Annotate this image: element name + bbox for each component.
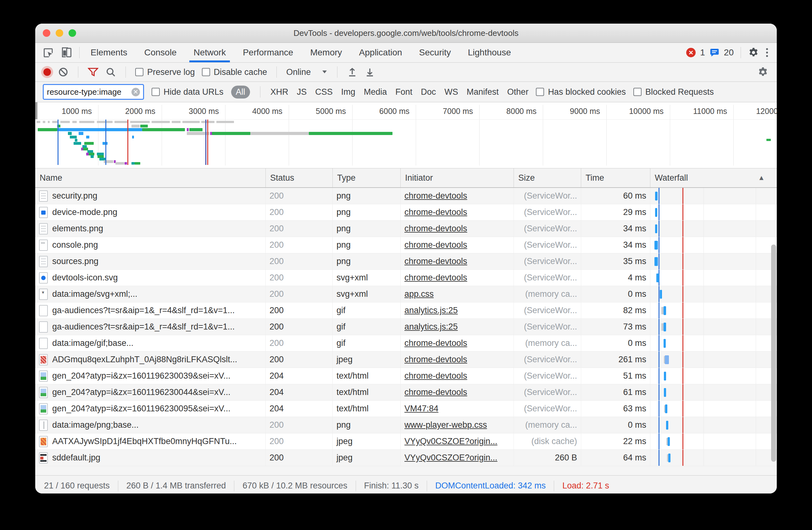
request-waterfall [650, 335, 777, 351]
record-button[interactable] [43, 68, 51, 76]
tab-application[interactable]: Application [351, 43, 411, 62]
network-toolbar: Preserve log Disable cache Online [35, 62, 777, 82]
table-row[interactable]: sources.png 200 png chrome-devtools (Ser… [35, 253, 777, 270]
table-row[interactable]: data:image/png;base... 200 png www-playe… [35, 417, 777, 433]
throttling-dropdown[interactable]: Online [286, 67, 328, 77]
column-header-time[interactable]: Time [581, 168, 650, 187]
filter-type-font[interactable]: Font [395, 87, 412, 97]
filter-type-doc[interactable]: Doc [421, 87, 436, 97]
request-initiator-link[interactable]: chrome-devtools [404, 224, 467, 234]
request-initiator-link[interactable]: VYyQv0CSZOE?origin... [404, 453, 497, 463]
request-waterfall [650, 433, 777, 449]
table-row[interactable]: data:image/svg+xml;... 200 svg+xml app.c… [35, 286, 777, 303]
overview-bar [125, 162, 127, 165]
table-row[interactable]: data:image/gif;base... 200 gif chrome-de… [35, 335, 777, 351]
ruler-label: 6000 ms [362, 107, 409, 116]
error-icon[interactable]: ✕ [686, 48, 696, 57]
request-initiator-link[interactable]: chrome-devtools [404, 388, 467, 397]
table-row[interactable]: devtools-icon.svg 200 svg+xml chrome-dev… [35, 270, 777, 286]
clear-icon[interactable] [58, 67, 69, 78]
column-header-size[interactable]: Size [513, 168, 581, 187]
request-initiator-link[interactable]: chrome-devtools [404, 256, 467, 266]
request-initiator-link[interactable]: analytics.js:25 [404, 322, 458, 332]
filter-type-xhr[interactable]: XHR [271, 87, 288, 97]
request-initiator-link[interactable]: chrome-devtools [404, 207, 467, 217]
column-header-type[interactable]: Type [332, 168, 400, 187]
settings-gear-icon[interactable] [748, 47, 759, 58]
search-icon[interactable] [105, 67, 116, 78]
ruler-label: 7000 ms [426, 107, 473, 116]
close-window-button[interactable] [43, 29, 50, 37]
hide-data-urls-checkbox[interactable]: Hide data URLs [151, 87, 223, 97]
table-row[interactable]: AATXAJywSIpD1jf4EbqHXTfbe0mnyHqGFNTu... … [35, 433, 777, 450]
checkbox-box[interactable] [135, 68, 143, 76]
checkbox-box[interactable] [536, 88, 544, 96]
request-initiator-link[interactable]: app.css [404, 289, 434, 299]
table-row[interactable]: sddefault.jpg 200 jpeg VYyQv0CSZOE?origi… [35, 450, 777, 466]
table-row[interactable]: gen_204?atyp=i&zx=1601196230095&sei=xV..… [35, 401, 777, 417]
table-row[interactable]: ga-audiences?t=sr&aip=1&_r=4&slf_rd=1&v=… [35, 319, 777, 335]
request-initiator-link[interactable]: chrome-devtools [404, 273, 467, 283]
import-har-icon[interactable] [347, 67, 358, 78]
request-waterfall [650, 450, 777, 466]
table-row[interactable]: gen_204?atyp=i&zx=1601196230039&sei=xV..… [35, 368, 777, 384]
filter-type-media[interactable]: Media [364, 87, 387, 97]
table-row[interactable]: device-mode.png 200 png chrome-devtools … [35, 204, 777, 221]
column-header-waterfall[interactable]: Waterfall ▲ [650, 168, 777, 187]
column-header-name[interactable]: Name [35, 168, 265, 187]
filter-icon[interactable] [88, 67, 99, 77]
tab-elements[interactable]: Elements [82, 43, 136, 62]
clear-filter-icon[interactable]: ✕ [131, 88, 140, 96]
column-header-status[interactable]: Status [265, 168, 332, 187]
table-row[interactable]: ga-audiences?t=sr&aip=1&_r=4&slf_rd=1&v=… [35, 303, 777, 319]
filter-input[interactable]: resource-type:image ✕ [43, 84, 144, 100]
request-type: gif [332, 335, 400, 351]
filter-type-ws[interactable]: WS [444, 87, 458, 97]
request-initiator-link[interactable]: www-player-webp.css [404, 420, 487, 430]
checkbox-box[interactable] [633, 88, 641, 96]
table-row[interactable]: gen_204?atyp=i&zx=1601196230044&sei=xV..… [35, 384, 777, 401]
more-options-icon[interactable] [764, 48, 770, 57]
filter-type-img[interactable]: Img [341, 87, 356, 97]
request-initiator-link[interactable]: chrome-devtools [404, 371, 467, 381]
request-initiator-link[interactable]: chrome-devtools [404, 240, 467, 250]
disable-cache-checkbox[interactable]: Disable cache [202, 67, 267, 77]
has-blocked-cookies-checkbox[interactable]: Has blocked cookies [536, 87, 626, 97]
tab-lighthouse[interactable]: Lighthouse [460, 43, 520, 62]
checkbox-box[interactable] [151, 88, 160, 96]
request-time: 35 ms [581, 253, 650, 269]
message-bubble-icon[interactable] [710, 47, 720, 58]
tab-console[interactable]: Console [136, 43, 185, 62]
table-row[interactable]: elements.png 200 png chrome-devtools (Se… [35, 221, 777, 237]
table-row[interactable]: ADGmqu8qexLZuhphT_0Aj88Ng8riLFKASQlslt..… [35, 351, 777, 368]
tab-memory[interactable]: Memory [302, 43, 350, 62]
column-header-initiator[interactable]: Initiator [400, 168, 513, 187]
inspect-element-icon[interactable] [43, 47, 54, 58]
filter-type-other[interactable]: Other [507, 87, 528, 97]
zoom-window-button[interactable] [69, 29, 76, 37]
tab-network[interactable]: Network [185, 43, 234, 62]
network-overview[interactable]: 1000 ms2000 ms3000 ms4000 ms5000 ms6000 … [35, 102, 777, 168]
request-initiator-link[interactable]: chrome-devtools [404, 355, 467, 364]
filter-type-css[interactable]: CSS [315, 87, 333, 97]
table-row[interactable]: security.png 200 png chrome-devtools (Se… [35, 188, 777, 204]
request-initiator-link[interactable]: chrome-devtools [404, 191, 467, 201]
tab-security[interactable]: Security [411, 43, 460, 62]
export-har-icon[interactable] [364, 67, 375, 78]
minimize-window-button[interactable] [56, 29, 63, 37]
request-initiator-link[interactable]: VM47:84 [404, 404, 438, 414]
blocked-requests-checkbox[interactable]: Blocked Requests [633, 87, 714, 97]
table-row[interactable]: console.png 200 png chrome-devtools (Ser… [35, 237, 777, 253]
filter-type-manifest[interactable]: Manifest [467, 87, 499, 97]
sort-ascending-icon[interactable]: ▲ [758, 174, 765, 182]
preserve-log-checkbox[interactable]: Preserve log [135, 67, 195, 77]
tab-performance[interactable]: Performance [234, 43, 302, 62]
device-toolbar-icon[interactable] [61, 47, 72, 58]
filter-type-all[interactable]: All [231, 86, 250, 98]
request-initiator-link[interactable]: analytics.js:25 [404, 306, 458, 315]
network-settings-gear-icon[interactable] [757, 66, 769, 78]
request-initiator-link[interactable]: VYyQv0CSZOE?origin... [404, 436, 497, 446]
filter-type-js[interactable]: JS [297, 87, 307, 97]
checkbox-box[interactable] [202, 68, 210, 76]
request-initiator-link[interactable]: chrome-devtools [404, 338, 467, 348]
